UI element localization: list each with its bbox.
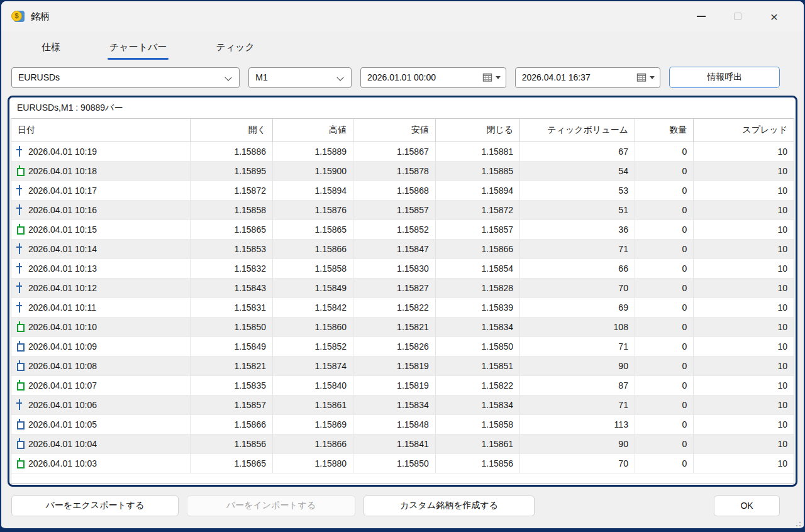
col-header-volume[interactable]: 数量 [635,119,693,141]
tab-ticks[interactable]: ティック [212,36,258,58]
timeframe-select[interactable]: M1 [248,67,352,88]
bar-date-text: 2026.04.01 10:06 [28,400,97,410]
bar-low-cell: 1.15867 [353,141,436,161]
bar-low-cell: 1.15850 [353,453,436,473]
bar-close-cell: 1.15885 [435,161,519,180]
bar-high-cell: 1.15842 [272,297,353,317]
bar-spread-cell: 10 [694,336,794,356]
bar-close-cell: 1.15854 [435,258,519,278]
tab-specification[interactable]: 仕様 [38,36,64,58]
bars-tbody: 2026.04.01 10:191.158861.158891.158671.1… [11,141,794,473]
symbol-select[interactable]: EURUSDs [11,67,240,88]
col-header-close[interactable]: 閉じる [435,119,519,141]
col-header-low[interactable]: 安値 [353,119,436,141]
bar-high-cell: 1.15894 [272,180,353,200]
bar-high-cell: 1.15869 [272,414,353,434]
export-bars-button[interactable]: バーをエクスポートする [11,496,179,516]
bar-open-cell: 1.15865 [191,453,273,473]
bar-close-cell: 1.15834 [435,395,519,414]
col-header-tick-volume[interactable]: ティックボリューム [520,119,635,141]
symbol-select-value: EURUSDs [18,72,60,82]
footer-bar: バーをエクスポートする バーをインポートする カスタム銘柄を作成する OK [1,487,804,528]
date-from-field[interactable]: 2026.01.01 00:00 [360,67,506,88]
table-row[interactable]: 2026.04.01 10:151.158651.158651.158521.1… [11,219,794,239]
bar-open-cell: 1.15831 [191,297,273,317]
table-row[interactable]: 2026.04.01 10:061.158571.158611.158341.1… [11,395,794,414]
table-row[interactable]: 2026.04.01 10:171.158721.158941.158681.1… [11,180,794,200]
col-header-open[interactable]: 開く [191,119,273,141]
col-header-spread[interactable]: スプレッド [694,119,794,141]
bar-volume-cell: 0 [635,239,693,258]
bar-tick-volume-cell: 70 [520,453,635,473]
bar-spread-cell: 10 [694,180,794,200]
bar-date-cell: 2026.04.01 10:09 [11,336,191,356]
import-bars-button[interactable]: バーをインポートする [187,496,355,516]
table-row[interactable]: 2026.04.01 10:181.158951.159001.158781.1… [11,161,794,180]
bar-low-cell: 1.15841 [353,434,436,453]
table-row[interactable]: 2026.04.01 10:071.158351.158401.158191.1… [11,375,794,395]
table-row[interactable]: 2026.04.01 10:031.158651.158801.158501.1… [11,453,794,473]
bar-date-cell: 2026.04.01 10:19 [11,141,191,161]
bar-volume-cell: 0 [635,336,693,356]
bar-volume-cell: 0 [635,219,693,239]
bar-high-cell: 1.15900 [272,161,353,180]
col-header-high[interactable]: 高値 [272,119,353,141]
bar-date-text: 2026.04.01 10:05 [28,419,97,429]
close-icon: × [770,10,778,23]
bar-open-cell: 1.15821 [191,356,273,375]
bar-date-text: 2026.04.01 10:17 [28,186,97,196]
bar-date-cell: 2026.04.01 10:07 [11,375,191,395]
table-row[interactable]: 2026.04.01 10:161.158581.158761.158571.1… [11,200,794,219]
bar-date-text: 2026.04.01 10:03 [28,458,97,468]
table-row[interactable]: 2026.04.01 10:191.158861.158891.158671.1… [11,141,794,161]
bar-date-text: 2026.04.01 10:09 [28,341,97,352]
bar-volume-cell: 0 [635,278,693,297]
table-row[interactable]: 2026.04.01 10:111.158311.158421.158221.1… [11,297,794,317]
calendar-dropdown-icon [650,76,655,79]
bar-doji-icon [16,243,22,254]
resize-grip[interactable] [794,519,801,527]
bar-date-cell: 2026.04.01 10:15 [11,219,191,239]
bar-high-cell: 1.15874 [272,356,353,375]
minimize-button[interactable] [683,4,719,29]
bar-open-cell: 1.15835 [191,375,273,395]
table-row[interactable]: 2026.04.01 10:131.158321.158581.158301.1… [11,258,794,278]
bar-date-text: 2026.04.01 10:08 [28,361,97,371]
bar-low-cell: 1.15857 [353,200,436,219]
close-button[interactable]: × [756,4,792,29]
bar-volume-cell: 0 [635,434,693,453]
bar-date-cell: 2026.04.01 10:18 [11,161,191,180]
bar-spread-cell: 10 [694,258,794,278]
bar-doji-icon [16,204,22,215]
bar-date-cell: 2026.04.01 10:08 [11,356,191,375]
tab-chart-bars[interactable]: チャートバー [106,36,170,58]
query-controls: EURUSDs M1 2026.01.01 00:00 202 [1,63,804,94]
timeframe-select-value: M1 [255,72,267,82]
bar-low-cell: 1.15822 [353,297,436,317]
bar-low-cell: 1.15819 [353,356,436,375]
create-custom-symbol-button[interactable]: カスタム銘柄を作成する [364,496,535,516]
request-data-button[interactable]: 情報呼出 [669,67,780,88]
bar-tick-volume-cell: 71 [520,336,635,356]
bar-tick-volume-cell: 36 [520,219,635,239]
col-header-date[interactable]: 日付 [11,119,191,141]
bar-doji-icon [16,399,22,410]
date-to-field[interactable]: 2026.04.01 16:37 [515,67,661,88]
table-row[interactable]: 2026.04.01 10:051.158661.158691.158481.1… [11,414,794,434]
table-row[interactable]: 2026.04.01 10:091.158491.158521.158261.1… [11,336,794,356]
bar-up-icon [16,380,22,391]
table-row[interactable]: 2026.04.01 10:101.158501.158601.158211.1… [11,317,794,336]
table-row[interactable]: 2026.04.01 10:081.158211.158741.158191.1… [11,356,794,375]
bar-date-cell: 2026.04.01 10:11 [11,297,191,317]
bar-tick-volume-cell: 66 [520,258,635,278]
ok-button[interactable]: OK [714,496,780,516]
table-row[interactable]: 2026.04.01 10:141.158531.158661.158471.1… [11,239,794,258]
bar-volume-cell: 0 [635,258,693,278]
bar-date-cell: 2026.04.01 10:14 [11,239,191,258]
bar-volume-cell: 0 [635,453,693,473]
table-row[interactable]: 2026.04.01 10:121.158431.158491.158271.1… [11,278,794,297]
bar-open-cell: 1.15857 [191,395,273,414]
maximize-button[interactable] [719,4,756,29]
bar-date-cell: 2026.04.01 10:03 [11,453,191,473]
table-row[interactable]: 2026.04.01 10:041.158561.158661.158411.1… [11,434,794,453]
